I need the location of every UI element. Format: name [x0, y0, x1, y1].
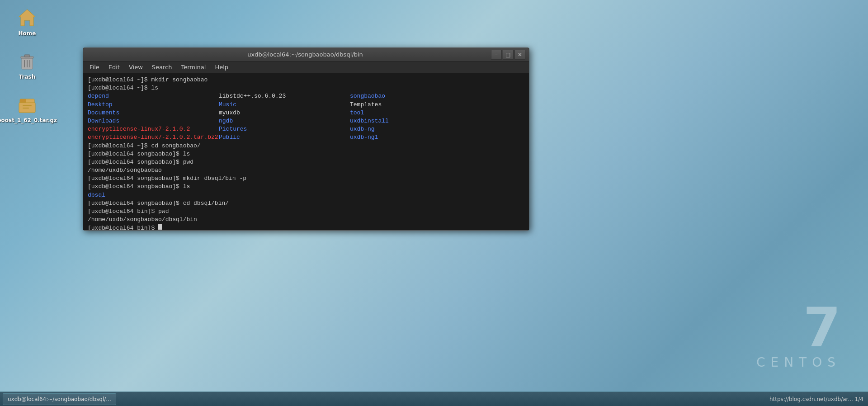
ls-item: encryptlicense-linux7-2.1.0.2: [88, 125, 219, 133]
svg-rect-10: [23, 105, 32, 106]
ls-item: myuxdb: [219, 109, 350, 117]
ls-item: Desktop: [88, 101, 219, 109]
menu-edit[interactable]: Edit: [104, 63, 124, 71]
maximize-button[interactable]: □: [503, 50, 514, 60]
close-button[interactable]: ✕: [514, 50, 525, 60]
term-line: /home/uxdb/songbaobao: [88, 166, 524, 175]
trash-icon-item[interactable]: Trash: [5, 48, 50, 82]
taskbar-right-text: https://blog.csdn.net/uxdb/ar... 1/4: [769, 396, 863, 402]
ls-item: depend: [88, 92, 219, 100]
term-line: [uxdb@local64 songbaobao]$ cd dbsql/bin/: [88, 199, 524, 208]
centos-watermark: 7 CENTOS: [756, 301, 841, 370]
term-line: dbsql: [88, 191, 524, 199]
taskbar-terminal-item[interactable]: uxdb@local64:~/songbaobao/dbsql/...: [3, 393, 116, 405]
menu-view[interactable]: View: [124, 63, 147, 71]
home-icon: [16, 7, 38, 28]
term-line: [uxdb@local64 ~]$ ls: [88, 84, 524, 92]
term-prompt-cursor[interactable]: [uxdb@local64 bin]$: [88, 224, 524, 230]
terminal-body[interactable]: [uxdb@local64 ~]$ mkdir songbaobao [uxdb…: [83, 73, 529, 230]
terminal-title: uxdb@local64:~/songbaobao/dbsql/bin: [119, 51, 491, 58]
minimize-button[interactable]: –: [491, 50, 502, 60]
term-line: [uxdb@local64 bin]$ pwd: [88, 208, 524, 216]
centos-name: CENTOS: [756, 355, 841, 370]
cursor: [158, 224, 162, 230]
term-line: [uxdb@local64 ~]$ cd songbaobao/: [88, 142, 524, 150]
svg-marker-0: [19, 9, 35, 26]
term-line: [uxdb@local64 songbaobao]$ pwd: [88, 158, 524, 166]
terminal-menubar: File Edit View Search Terminal Help: [83, 61, 529, 73]
ls-item: uxdb-ng: [350, 125, 481, 133]
terminal-titlebar: uxdb@local64:~/songbaobao/dbsql/bin – □ …: [83, 48, 529, 61]
home-label: Home: [19, 30, 36, 37]
ls-item: Public: [219, 133, 350, 142]
term-line: [uxdb@local64 songbaobao]$ ls: [88, 150, 524, 158]
centos-version-number: 7: [756, 301, 841, 355]
trash-icon: [16, 50, 38, 72]
ls-item: ngdb: [219, 117, 350, 125]
boost-label: boost_1_62_0.tar.gz: [0, 117, 57, 123]
svg-rect-3: [24, 55, 30, 57]
desktop-icons: Home Trash boost_1_62_0.tar.gz: [0, 0, 54, 139]
term-line: [uxdb@local64 ~]$ mkdir songbaobao: [88, 76, 524, 84]
ls-item: Music: [219, 101, 350, 109]
boost-icon-item[interactable]: boost_1_62_0.tar.gz: [5, 91, 50, 126]
menu-file[interactable]: File: [85, 63, 104, 71]
terminal-window: uxdb@local64:~/songbaobao/dbsql/bin – □ …: [83, 47, 529, 231]
ls-item: libstdc++.so.6.0.23: [219, 92, 350, 100]
ls-grid: depend libstdc++.so.6.0.23 songbaobao De…: [88, 92, 524, 142]
menu-terminal[interactable]: Terminal: [176, 63, 210, 71]
ls-item: uxdbinstall: [350, 117, 481, 125]
terminal-controls: – □ ✕: [491, 50, 525, 60]
ls-item: encryptlicense-linux7-2.1.0.2.tar.bz2: [88, 133, 219, 142]
svg-rect-11: [23, 108, 29, 109]
home-icon-item[interactable]: Home: [5, 5, 50, 39]
ls-item: Downloads: [88, 117, 219, 125]
term-line: [uxdb@local64 songbaobao]$ mkdir dbsql/b…: [88, 175, 524, 183]
ls-item: Pictures: [219, 125, 350, 133]
menu-search[interactable]: Search: [147, 63, 177, 71]
ls-item: uxdb-ng1: [350, 133, 481, 142]
menu-help[interactable]: Help: [210, 63, 233, 71]
term-line: /home/uxdb/songbaobao/dbsql/bin: [88, 216, 524, 224]
ls-item: songbaobao: [350, 92, 481, 100]
ls-item: Documents: [88, 109, 219, 117]
taskbar: uxdb@local64:~/songbaobao/dbsql/... http…: [0, 392, 868, 406]
ls-item: tool: [350, 109, 481, 117]
ls-item: Templates: [350, 101, 481, 109]
trash-label: Trash: [19, 74, 36, 80]
term-line: [uxdb@local64 songbaobao]$ ls: [88, 183, 524, 191]
file-icon: [16, 94, 38, 115]
